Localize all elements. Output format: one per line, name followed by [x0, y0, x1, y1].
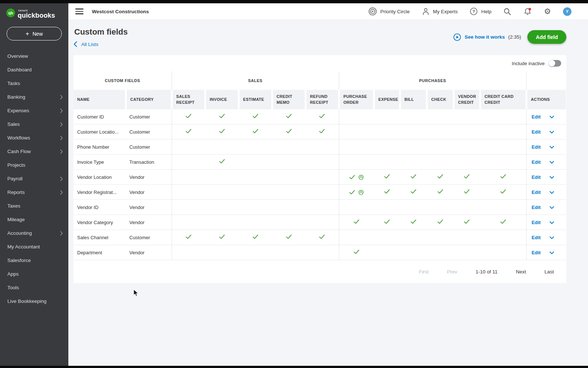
actions-cell: Edit — [526, 124, 566, 139]
cell-credit-card-credit — [480, 155, 526, 170]
sidebar-item-my-accountant[interactable]: My Accountant — [0, 240, 68, 254]
search-button[interactable] — [503, 8, 511, 15]
priority-circle-button[interactable]: P Priority Circle — [368, 7, 410, 16]
check-icon — [319, 234, 325, 239]
sidebar-item-mileage[interactable]: Mileage — [0, 213, 68, 226]
chevron-down-icon[interactable] — [549, 236, 554, 240]
qb-logo-icon: qb — [6, 8, 15, 17]
edit-link[interactable]: Edit — [532, 174, 541, 180]
edit-link[interactable]: Edit — [532, 190, 541, 195]
edit-link[interactable]: Edit — [532, 235, 541, 240]
priority-circle-icon: P — [368, 7, 377, 16]
field-name: Department — [74, 245, 126, 260]
my-experts-button[interactable]: My Experts — [422, 8, 458, 15]
settings-button[interactable]: ⚙ — [544, 8, 551, 15]
cell-credit-card-credit — [480, 185, 526, 200]
sidebar-item-overview[interactable]: Overview — [0, 49, 68, 63]
chevron-right-icon — [60, 122, 63, 127]
avatar[interactable]: Y — [563, 7, 571, 16]
cell-invoice — [205, 215, 239, 230]
quickbooks-app: qb intuit quickbooks + New OverviewDashb… — [0, 3, 588, 366]
notifications-button[interactable] — [523, 7, 532, 16]
gear-icon: ⚙ — [544, 8, 551, 15]
sidebar-item-reports[interactable]: Reports — [0, 185, 68, 199]
play-circle-icon — [453, 33, 461, 41]
sidebar-item-accounting[interactable]: Accounting — [0, 226, 68, 240]
sidebar-item-cash-flow[interactable]: Cash Flow — [0, 145, 68, 158]
field-name: Vendor Registrat... — [74, 185, 126, 200]
sidebar-item-tools[interactable]: Tools — [0, 281, 68, 294]
edit-link[interactable]: Edit — [532, 159, 541, 165]
edit-link[interactable]: Edit — [532, 129, 541, 135]
cell-refund-receipt — [305, 124, 339, 139]
chevron-down-icon[interactable] — [549, 131, 554, 134]
sidebar-item-banking[interactable]: Banking — [0, 90, 68, 104]
chevron-down-icon[interactable] — [549, 116, 554, 119]
field-category: Vendor — [126, 185, 172, 200]
cell-check — [427, 155, 453, 170]
cell-credit-card-credit — [480, 230, 526, 245]
quickbooks-logo[interactable]: qb intuit quickbooks — [0, 3, 68, 19]
hamburger-menu-icon[interactable] — [75, 8, 83, 14]
edit-link[interactable]: Edit — [532, 205, 541, 210]
edit-link[interactable]: Edit — [532, 114, 541, 120]
cell-invoice — [205, 109, 239, 124]
cell-credit-memo — [272, 200, 305, 215]
chevron-down-icon[interactable] — [549, 221, 554, 224]
pagination-range: 1-10 of 11 — [476, 269, 498, 275]
sidebar-item-dashboard[interactable]: Dashboard — [0, 63, 68, 77]
pagination-first[interactable]: First — [419, 269, 429, 275]
new-button[interactable]: + New — [7, 27, 62, 40]
cell-purchase-order — [339, 200, 374, 215]
cell-sales-receipt — [172, 185, 205, 200]
chevron-down-icon[interactable] — [549, 206, 554, 209]
letterbox-top — [0, 0, 588, 3]
add-field-button[interactable]: Add field — [527, 30, 566, 44]
printer-icon — [358, 190, 364, 195]
cell-bill — [400, 185, 427, 200]
chevron-right-icon — [60, 231, 63, 236]
chevron-down-icon[interactable] — [549, 161, 554, 164]
column-header-check: CHECK — [427, 90, 453, 109]
chevron-down-icon[interactable] — [549, 191, 554, 194]
sidebar-item-apps[interactable]: Apps — [0, 267, 68, 281]
chevron-down-icon[interactable] — [549, 146, 554, 149]
pagination-last[interactable]: Last — [544, 269, 554, 275]
chevron-down-icon[interactable] — [549, 251, 554, 255]
field-category: Transaction — [126, 155, 172, 170]
cell-bill — [400, 215, 427, 230]
sidebar-item-payroll[interactable]: Payroll — [0, 172, 68, 185]
cell-invoice — [205, 170, 239, 185]
sidebar-item-expenses[interactable]: Expenses — [0, 104, 68, 117]
all-lists-back-link[interactable]: All Lists — [74, 41, 98, 47]
cell-purchase-order — [339, 215, 374, 230]
check-icon — [384, 219, 390, 224]
see-how-it-works-link[interactable]: See how it works (2:35) — [453, 33, 521, 41]
edit-link[interactable]: Edit — [532, 250, 541, 255]
field-name: Invoice Type — [74, 155, 126, 170]
sidebar-item-tasks[interactable]: Tasks — [0, 77, 68, 90]
company-name[interactable]: Westcost Constructions — [92, 9, 149, 14]
sidebar-item-sales[interactable]: Sales — [0, 117, 68, 131]
column-header-credit-memo: CREDIT MEMO — [272, 90, 305, 109]
sidebar-item-taxes[interactable]: Taxes — [0, 199, 68, 213]
check-icon — [500, 219, 506, 224]
help-button[interactable]: ? Help — [470, 7, 491, 15]
check-icon — [286, 114, 292, 118]
group-custom-fields: CUSTOM FIELDS — [74, 71, 172, 90]
sidebar-item-salesforce[interactable]: Salesforce — [0, 254, 68, 267]
pagination-prev[interactable]: Prev — [447, 269, 457, 275]
chevron-down-icon[interactable] — [549, 176, 554, 179]
edit-link[interactable]: Edit — [532, 220, 541, 225]
include-inactive-toggle[interactable] — [549, 60, 561, 67]
chevron-right-icon — [60, 109, 63, 113]
sidebar-item-projects[interactable]: Projects — [0, 158, 68, 172]
cell-check — [427, 124, 453, 139]
cell-sales-receipt — [172, 200, 205, 215]
sidebar-item-live-bookkeeping[interactable]: Live Bookkeeping — [0, 294, 68, 308]
cell-expense — [374, 200, 400, 215]
sidebar-item-workflows[interactable]: Workflows — [0, 131, 68, 145]
column-header-credit-card-credit: CREDIT CARD CREDIT — [480, 90, 526, 109]
pagination-next[interactable]: Next — [516, 269, 526, 275]
edit-link[interactable]: Edit — [532, 144, 541, 150]
